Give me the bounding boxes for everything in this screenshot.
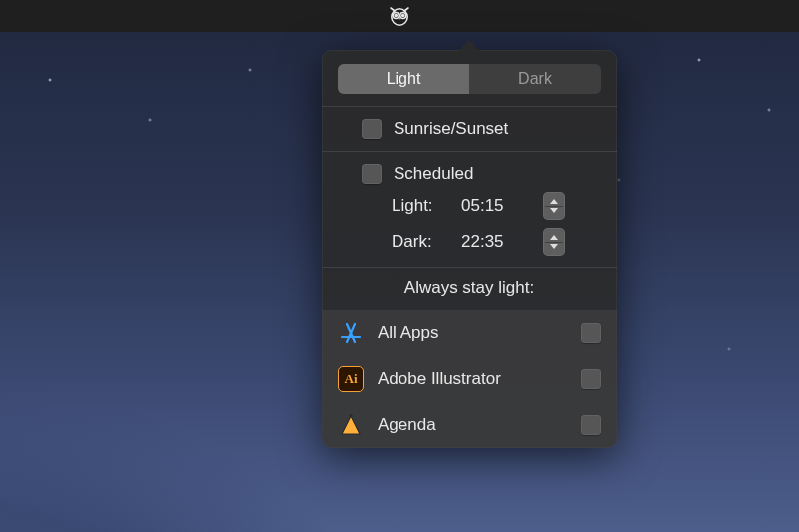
sunrise-sunset-checkbox[interactable] bbox=[362, 119, 382, 139]
scheduled-label: Scheduled bbox=[394, 164, 473, 184]
svg-point-3 bbox=[395, 15, 397, 17]
sunrise-sunset-label: Sunrise/Sunset bbox=[394, 119, 508, 139]
mode-segment-row: Light Dark bbox=[322, 50, 617, 106]
scheduled-section: Scheduled Light: 05:15 Dark: 22:35 bbox=[322, 152, 617, 267]
app-checkbox[interactable] bbox=[581, 415, 601, 435]
scheduled-dark-label: Dark: bbox=[392, 232, 451, 252]
mode-light-button[interactable]: Light bbox=[338, 64, 469, 94]
owl-menu-icon[interactable] bbox=[384, 0, 415, 32]
app-checkbox[interactable] bbox=[581, 323, 601, 343]
mode-dark-button[interactable]: Dark bbox=[469, 64, 601, 94]
scheduled-dark-row: Dark: 22:35 bbox=[362, 228, 599, 256]
popover: Light Dark Sunrise/Sunset Scheduled Ligh… bbox=[322, 40, 617, 448]
menubar bbox=[0, 0, 799, 32]
app-checkbox[interactable] bbox=[581, 369, 601, 389]
appstore-icon bbox=[338, 320, 364, 346]
scheduled-light-row: Light: 05:15 bbox=[362, 192, 599, 220]
scheduled-dark-time[interactable]: 22:35 bbox=[461, 232, 533, 252]
sunrise-sunset-section: Sunrise/Sunset bbox=[322, 107, 617, 151]
mode-segmented-control: Light Dark bbox=[338, 64, 601, 94]
app-row-agenda[interactable]: Agenda bbox=[322, 402, 617, 448]
app-label: Adobe Illustrator bbox=[378, 369, 501, 389]
apps-list: All Apps Ai Adobe Illustrator A bbox=[322, 310, 617, 448]
app-row-illustrator[interactable]: Ai Adobe Illustrator bbox=[322, 356, 617, 402]
app-label: All Apps bbox=[378, 323, 438, 343]
always-stay-light-label: Always stay light: bbox=[322, 268, 617, 310]
app-row-all-apps[interactable]: All Apps bbox=[322, 310, 617, 356]
scheduled-light-stepper[interactable] bbox=[543, 192, 565, 220]
agenda-icon bbox=[338, 412, 364, 438]
scheduled-checkbox[interactable] bbox=[362, 164, 382, 184]
scheduled-light-label: Light: bbox=[392, 196, 451, 216]
scheduled-light-time[interactable]: 05:15 bbox=[461, 196, 533, 216]
popover-panel: Light Dark Sunrise/Sunset Scheduled Ligh… bbox=[322, 50, 617, 448]
app-label: Agenda bbox=[378, 415, 436, 435]
svg-point-5 bbox=[349, 414, 352, 417]
scheduled-dark-stepper[interactable] bbox=[543, 228, 565, 256]
svg-point-4 bbox=[402, 15, 404, 17]
popover-arrow bbox=[458, 40, 480, 51]
illustrator-icon: Ai bbox=[338, 366, 364, 392]
